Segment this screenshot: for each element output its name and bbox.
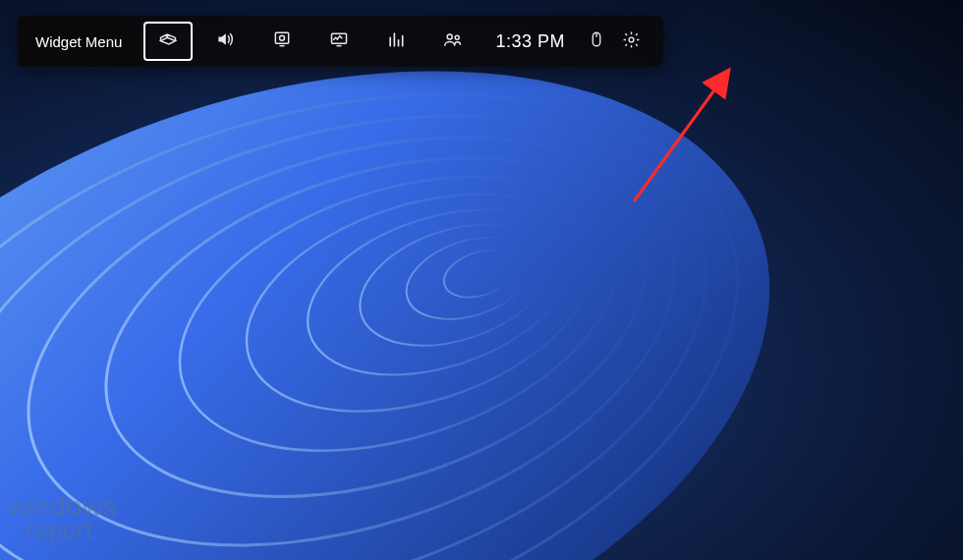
mouse-icon [588, 30, 605, 52]
capture-icon [272, 29, 292, 53]
social-icon [443, 29, 463, 53]
performance-icon [329, 29, 349, 53]
xbox-social-button[interactable] [428, 22, 478, 61]
widget-menu-button[interactable] [143, 22, 193, 61]
watermark-line2: report [8, 520, 117, 542]
audio-button[interactable] [200, 22, 250, 61]
mouse-passthrough-button[interactable] [579, 22, 614, 61]
svg-point-15 [448, 34, 453, 39]
svg-rect-12 [276, 32, 289, 43]
desktop-wallpaper [0, 0, 963, 560]
xbox-game-bar: Widget Menu [18, 16, 663, 67]
svg-point-16 [456, 35, 460, 39]
watermark: windows report [8, 494, 117, 542]
capture-button[interactable] [257, 22, 307, 61]
clock: 1:33 PM [482, 31, 579, 52]
widget-icon [158, 29, 178, 53]
performance-button[interactable] [314, 22, 364, 61]
resources-button[interactable] [371, 22, 421, 61]
svg-rect-14 [332, 33, 347, 43]
gear-icon [622, 30, 641, 53]
audio-icon [215, 29, 235, 53]
settings-button[interactable] [614, 22, 650, 61]
watermark-line1: windows [8, 494, 117, 521]
resources-icon [386, 29, 406, 53]
svg-point-18 [630, 37, 635, 42]
svg-point-13 [280, 35, 285, 40]
widget-menu-tooltip: Widget Menu [18, 16, 140, 67]
